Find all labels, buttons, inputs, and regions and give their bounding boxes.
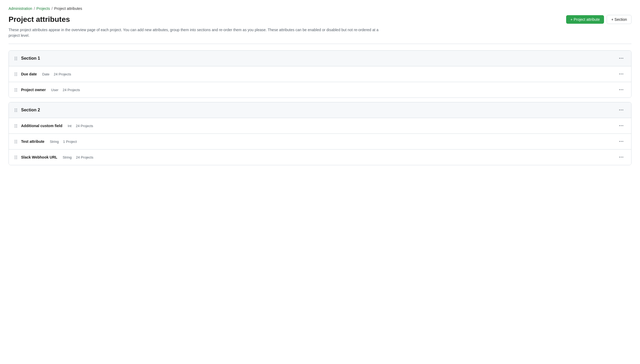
- attribute-more-button-2-3[interactable]: ···: [617, 154, 626, 161]
- breadcrumb-separator-1: /: [34, 6, 35, 11]
- attribute-name: Due date: [21, 72, 37, 76]
- breadcrumb-separator-2: /: [51, 6, 53, 11]
- attribute-type: String: [63, 155, 72, 159]
- attribute-count: 24 Projects: [76, 124, 93, 128]
- section-title-1: Section 1: [21, 56, 40, 61]
- section-header-1: Section 1···: [9, 51, 631, 66]
- add-attribute-button[interactable]: + Project attribute: [566, 15, 604, 24]
- attribute-type: Date: [42, 72, 49, 76]
- attribute-type: User: [51, 88, 58, 92]
- attribute-more-button-2-2[interactable]: ···: [617, 138, 626, 145]
- section-title-2: Section 2: [21, 108, 40, 112]
- breadcrumb-current: Project attributes: [54, 6, 82, 11]
- attribute-row: Test attributeString1 Project···: [9, 134, 631, 149]
- breadcrumb-projects[interactable]: Projects: [37, 6, 50, 11]
- attribute-drag-handle-2-2[interactable]: [14, 139, 18, 144]
- sections-container: Section 1··· Due dateDate24 Projects··· …: [9, 50, 631, 165]
- header-divider: [9, 44, 631, 44]
- attribute-count: 24 Projects: [54, 72, 71, 76]
- attribute-row: Slack Webhook URLString24 Projects···: [9, 149, 631, 165]
- page-title: Project attributes: [9, 15, 70, 24]
- attribute-name: Project owner: [21, 88, 46, 92]
- header-actions: + Project attribute + Section: [566, 15, 631, 24]
- attribute-drag-handle-1-1[interactable]: [14, 72, 18, 76]
- section-drag-handle-1[interactable]: [14, 56, 18, 61]
- section-drag-handle-2[interactable]: [14, 108, 18, 112]
- attribute-row: Additional custom fieldInt24 Projects···: [9, 118, 631, 134]
- add-section-button[interactable]: + Section: [607, 15, 631, 24]
- attribute-drag-handle-2-1[interactable]: [14, 124, 18, 128]
- section-more-button-2[interactable]: ···: [617, 107, 626, 114]
- attribute-name: Additional custom field: [21, 124, 62, 128]
- attribute-row: Project ownerUser24 Projects···: [9, 82, 631, 98]
- section-more-button-1[interactable]: ···: [617, 55, 626, 62]
- attribute-more-button-2-1[interactable]: ···: [617, 122, 626, 129]
- attribute-type: String: [50, 140, 59, 144]
- breadcrumb-administration[interactable]: Administration: [9, 6, 32, 11]
- attribute-count: 1 Project: [63, 140, 77, 144]
- page-description: These project attributes appear in the o…: [9, 27, 382, 38]
- attribute-row: Due dateDate24 Projects···: [9, 66, 631, 82]
- section-header-2: Section 2···: [9, 102, 631, 118]
- attribute-type: Int: [68, 124, 71, 128]
- section-card-2: Section 2··· Additional custom fieldInt2…: [9, 102, 631, 165]
- attribute-count: 24 Projects: [63, 88, 80, 92]
- page-header: Project attributes + Project attribute +…: [9, 15, 631, 24]
- attribute-name: Slack Webhook URL: [21, 155, 57, 159]
- breadcrumb: Administration / Projects / Project attr…: [9, 6, 631, 11]
- attribute-drag-handle-1-2[interactable]: [14, 88, 18, 92]
- attribute-count: 24 Projects: [76, 155, 93, 159]
- attribute-name: Test attribute: [21, 139, 45, 144]
- attribute-more-button-1-2[interactable]: ···: [617, 86, 626, 93]
- attribute-drag-handle-2-3[interactable]: [14, 155, 18, 160]
- section-card-1: Section 1··· Due dateDate24 Projects··· …: [9, 50, 631, 98]
- attribute-more-button-1-1[interactable]: ···: [617, 71, 626, 78]
